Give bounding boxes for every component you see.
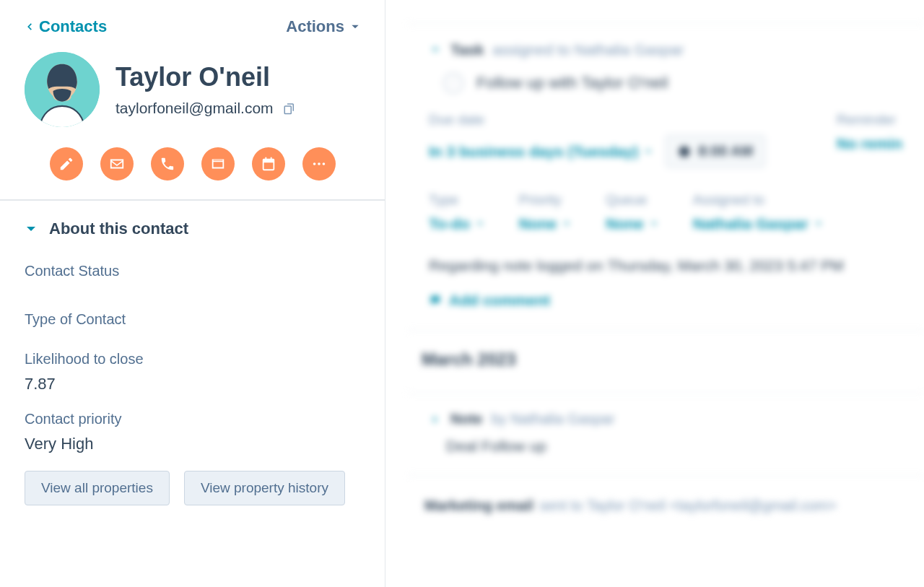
chevron-down-icon [430,45,440,55]
caret-down-icon [562,219,571,228]
reminder-selector[interactable]: No remin [837,135,902,152]
back-to-contacts[interactable]: Contacts [25,17,107,36]
type-of-contact-label: Type of Contact [25,311,360,328]
avatar-illustration-icon [25,52,100,127]
queue-selector[interactable]: None [606,215,658,232]
svg-point-2 [318,162,321,165]
meeting-button[interactable] [252,147,285,181]
task-entity-label: Task [450,41,484,58]
chevron-down-icon [25,222,38,235]
contact-header: Taylor O'neil taylorfoneil@gmail.com [0,45,385,147]
about-section-title: About this contact [49,219,188,238]
more-button[interactable] [302,147,336,181]
priority-label: Priority [519,192,572,208]
note-button[interactable] [50,147,83,181]
caret-down-icon [650,219,658,228]
back-label: Contacts [39,17,107,36]
assigned-to-label: Assigned to [693,192,823,208]
note-by-text: by Nathalia Gaspar [491,411,614,427]
marketing-email-sent-text: sent to Taylor O'neil <taylorfoneil@gmai… [539,497,837,514]
phone-icon [160,156,175,172]
due-date-label: Due date [429,112,765,128]
actions-menu[interactable]: Actions [286,17,360,36]
marketing-email-entity: Marketing email [424,497,533,514]
queue-value: None [606,215,644,232]
comment-icon [429,294,442,307]
add-comment-button[interactable]: Add comment [429,292,550,309]
caret-down-icon [644,147,653,156]
more-dots-icon [311,156,327,172]
svg-point-1 [313,162,315,165]
contact-name: Taylor O'neil [116,62,297,92]
contact-action-bar [0,147,385,199]
caret-down-icon [814,219,823,228]
about-section-toggle[interactable]: About this contact [25,219,360,238]
collapse-task-toggle[interactable] [429,43,442,56]
checkmark-icon [448,77,459,89]
assigned-to-value: Nathalia Gaspar [693,215,808,232]
marketing-email-card[interactable]: Marketing email sent to Taylor O'neil <t… [385,476,924,521]
caret-down-icon [476,219,484,228]
priority-value: None [519,215,557,232]
avatar[interactable] [25,52,100,127]
calendar-icon [261,156,276,172]
chevron-left-icon [25,22,35,32]
queue-label: Queue [606,192,658,208]
add-comment-label: Add comment [449,292,550,309]
type-value: To-do [429,215,470,232]
task-card[interactable]: Task assigned to Nathalia Gaspar Follow … [407,23,924,331]
note-card[interactable]: Note by Nathalia Gaspar Deal Follow up [407,393,924,476]
priority-selector[interactable]: None [519,215,572,232]
due-date-value: In 3 business days (Tuesday) [429,143,638,160]
contact-priority-label: Contact priority [25,411,360,427]
note-entity-label: Note [450,411,482,427]
assigned-to-selector[interactable]: Nathalia Gaspar [693,215,823,232]
task-complete-checkbox[interactable] [443,73,463,93]
timeline-month-header: March 2023 [385,331,924,386]
task-assigned-text: assigned to Nathalia Gaspar [492,41,684,58]
due-time-selector[interactable]: 8:00 AM [666,135,765,168]
svg-point-3 [322,162,325,165]
envelope-icon [109,156,125,172]
view-all-properties-button[interactable]: View all properties [25,471,170,505]
contact-priority-value: Very High [25,435,360,453]
copy-icon [283,102,296,115]
email-button[interactable] [100,147,134,181]
clock-icon [678,145,691,158]
call-button[interactable] [151,147,184,181]
type-label: Type [429,192,484,208]
activity-timeline: Task assigned to Nathalia Gaspar Follow … [385,0,924,587]
copy-email-button[interactable] [282,101,297,116]
likelihood-to-close-label: Likelihood to close [25,351,360,368]
actions-label: Actions [286,17,344,36]
log-button[interactable] [201,147,235,181]
note-body: Deal Follow up [446,438,902,455]
likelihood-to-close-value: 7.87 [25,375,360,393]
type-selector[interactable]: To-do [429,215,484,232]
chevron-right-icon [430,414,440,425]
caret-down-icon [350,22,360,32]
task-title[interactable]: Follow up with Taylor O'neil [476,74,668,92]
window-icon [210,156,226,172]
due-date-selector[interactable]: In 3 business days (Tuesday) [429,143,653,160]
due-time-value: 8:00 AM [698,143,753,160]
regarding-text: Regarding note logged on Thursday, March… [429,257,902,274]
view-property-history-button[interactable]: View property history [184,471,345,505]
reminder-value: No remin [837,135,902,152]
contact-left-panel: Contacts Actions Taylor O'neil [0,0,385,587]
contact-email[interactable]: taylorfoneil@gmail.com [116,100,274,117]
pencil-square-icon [58,156,74,172]
reminder-label: Reminder [837,112,902,128]
expand-note-toggle[interactable] [429,413,442,426]
contact-status-label: Contact Status [25,263,360,279]
